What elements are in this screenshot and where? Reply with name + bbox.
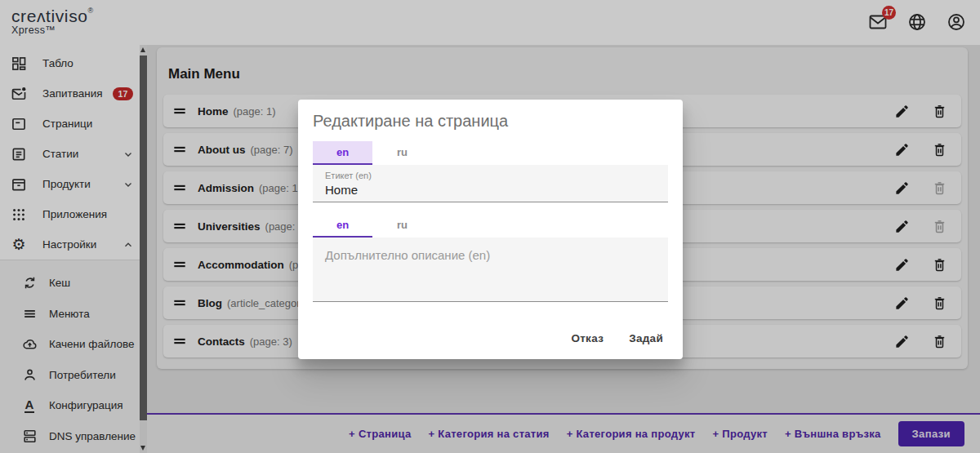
label-field-caption: Етикет (en) (325, 171, 656, 180)
description-textarea[interactable] (313, 238, 668, 302)
modal-title: Редактиране на страница (313, 112, 668, 131)
label-input[interactable] (325, 183, 656, 197)
modal-actions: Отказ Задай (569, 328, 665, 349)
tab-en[interactable]: en (313, 141, 372, 165)
tab-ru[interactable]: ru (372, 214, 432, 238)
label-language-tabs: en ru (313, 141, 668, 165)
tab-ru[interactable]: ru (372, 141, 432, 165)
edit-page-modal: Редактиране на страница en ru Етикет (en… (298, 100, 683, 359)
label-field: Етикет (en) (313, 165, 668, 202)
tab-en[interactable]: en (313, 214, 372, 238)
cancel-button[interactable]: Отказ (569, 328, 605, 349)
apply-button[interactable]: Задай (627, 328, 665, 349)
app-root: creʌtiviso® Xpress™ 17 (0, 0, 980, 453)
description-language-tabs: en ru (313, 214, 668, 238)
